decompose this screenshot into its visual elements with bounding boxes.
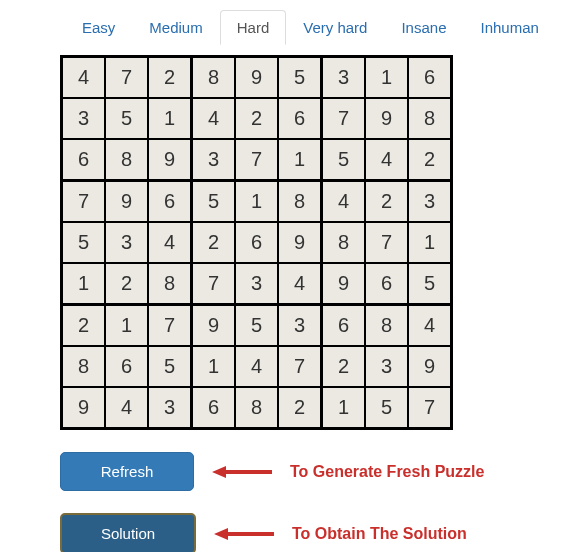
grid-cell[interactable]: 4 — [62, 57, 106, 99]
grid-cell[interactable]: 8 — [105, 139, 148, 181]
grid-cell[interactable]: 7 — [365, 222, 408, 263]
grid-cell[interactable]: 7 — [148, 305, 192, 347]
grid-cell[interactable]: 8 — [408, 98, 452, 139]
grid-cell[interactable]: 5 — [148, 346, 192, 387]
solution-row: Solution To Obtain The Solution — [60, 513, 581, 552]
grid-cell[interactable]: 6 — [235, 222, 278, 263]
grid-cell[interactable]: 5 — [62, 222, 106, 263]
grid-cell[interactable]: 3 — [235, 263, 278, 305]
grid-cell[interactable]: 6 — [408, 57, 452, 99]
grid-cell[interactable]: 5 — [235, 305, 278, 347]
grid-row: 943682157 — [62, 387, 452, 429]
grid-cell[interactable]: 7 — [62, 181, 106, 223]
solution-button[interactable]: Solution — [60, 513, 196, 552]
grid-cell[interactable]: 3 — [365, 346, 408, 387]
grid-cell[interactable]: 9 — [235, 57, 278, 99]
grid-cell[interactable]: 4 — [408, 305, 452, 347]
grid-cell[interactable]: 6 — [105, 346, 148, 387]
grid-cell[interactable]: 2 — [408, 139, 452, 181]
grid-row: 472895316 — [62, 57, 452, 99]
grid-cell[interactable]: 6 — [192, 387, 236, 429]
grid-cell[interactable]: 5 — [192, 181, 236, 223]
grid-cell[interactable]: 2 — [105, 263, 148, 305]
grid-cell[interactable]: 8 — [365, 305, 408, 347]
grid-cell[interactable]: 2 — [62, 305, 106, 347]
grid-cell[interactable]: 2 — [192, 222, 236, 263]
grid-cell[interactable]: 4 — [105, 387, 148, 429]
grid-cell[interactable]: 2 — [278, 387, 322, 429]
grid-cell[interactable]: 1 — [235, 181, 278, 223]
grid-cell[interactable]: 2 — [365, 181, 408, 223]
grid-cell[interactable]: 9 — [365, 98, 408, 139]
grid-cell[interactable]: 8 — [235, 387, 278, 429]
grid-cell[interactable]: 1 — [148, 98, 192, 139]
grid-cell[interactable]: 1 — [322, 387, 366, 429]
grid-cell[interactable]: 8 — [192, 57, 236, 99]
grid-cell[interactable]: 7 — [192, 263, 236, 305]
tab-insane[interactable]: Insane — [384, 10, 463, 45]
grid-cell[interactable]: 6 — [365, 263, 408, 305]
tab-hard[interactable]: Hard — [220, 10, 287, 45]
grid-cell[interactable]: 9 — [105, 181, 148, 223]
grid-cell[interactable]: 5 — [322, 139, 366, 181]
grid-cell[interactable]: 6 — [322, 305, 366, 347]
grid-cell[interactable]: 3 — [278, 305, 322, 347]
grid-cell[interactable]: 4 — [278, 263, 322, 305]
grid-cell[interactable]: 8 — [322, 222, 366, 263]
grid-cell[interactable]: 6 — [148, 181, 192, 223]
grid-cell[interactable]: 1 — [278, 139, 322, 181]
grid-cell[interactable]: 6 — [278, 98, 322, 139]
grid-cell[interactable]: 8 — [278, 181, 322, 223]
grid-cell[interactable]: 3 — [148, 387, 192, 429]
grid-cell[interactable]: 1 — [365, 57, 408, 99]
arrow-left-icon — [214, 525, 274, 543]
grid-cell[interactable]: 7 — [322, 98, 366, 139]
grid-cell[interactable]: 4 — [365, 139, 408, 181]
grid-cell[interactable]: 5 — [365, 387, 408, 429]
tab-medium[interactable]: Medium — [132, 10, 219, 45]
tab-easy[interactable]: Easy — [65, 10, 132, 45]
grid-cell[interactable]: 7 — [278, 346, 322, 387]
grid-cell[interactable]: 3 — [62, 98, 106, 139]
grid-cell[interactable]: 5 — [278, 57, 322, 99]
grid-cell[interactable]: 3 — [192, 139, 236, 181]
grid-cell[interactable]: 9 — [148, 139, 192, 181]
grid-cell[interactable]: 4 — [148, 222, 192, 263]
grid-cell[interactable]: 4 — [235, 346, 278, 387]
tab-inhuman[interactable]: Inhuman — [464, 10, 556, 45]
grid-cell[interactable]: 4 — [322, 181, 366, 223]
grid-cell[interactable]: 7 — [408, 387, 452, 429]
grid-cell[interactable]: 1 — [105, 305, 148, 347]
grid-row: 351426798 — [62, 98, 452, 139]
grid-cell[interactable]: 3 — [408, 181, 452, 223]
grid-cell[interactable]: 2 — [322, 346, 366, 387]
grid-cell[interactable]: 2 — [235, 98, 278, 139]
refresh-annotation: To Generate Fresh Puzzle — [290, 463, 484, 481]
tab-very-hard[interactable]: Very hard — [286, 10, 384, 45]
grid-cell[interactable]: 1 — [408, 222, 452, 263]
grid-cell[interactable]: 1 — [62, 263, 106, 305]
grid-cell[interactable]: 9 — [322, 263, 366, 305]
grid-cell[interactable]: 3 — [105, 222, 148, 263]
grid-cell[interactable]: 6 — [62, 139, 106, 181]
grid-cell[interactable]: 7 — [105, 57, 148, 99]
grid-row: 128734965 — [62, 263, 452, 305]
grid-cell[interactable]: 9 — [62, 387, 106, 429]
grid-cell[interactable]: 9 — [408, 346, 452, 387]
grid-cell[interactable]: 1 — [192, 346, 236, 387]
refresh-row: Refresh To Generate Fresh Puzzle — [60, 452, 581, 491]
grid-cell[interactable]: 9 — [278, 222, 322, 263]
grid-cell[interactable]: 2 — [148, 57, 192, 99]
refresh-button[interactable]: Refresh — [60, 452, 194, 491]
grid-cell[interactable]: 9 — [192, 305, 236, 347]
grid-cell[interactable]: 7 — [235, 139, 278, 181]
grid-row: 217953684 — [62, 305, 452, 347]
grid-row: 796518423 — [62, 181, 452, 223]
grid-cell[interactable]: 4 — [192, 98, 236, 139]
grid-cell[interactable]: 5 — [105, 98, 148, 139]
page-root: Easy Medium Hard Very hard Insane Inhuma… — [0, 0, 581, 552]
grid-cell[interactable]: 3 — [322, 57, 366, 99]
grid-cell[interactable]: 5 — [408, 263, 452, 305]
grid-cell[interactable]: 8 — [148, 263, 192, 305]
grid-cell[interactable]: 8 — [62, 346, 106, 387]
